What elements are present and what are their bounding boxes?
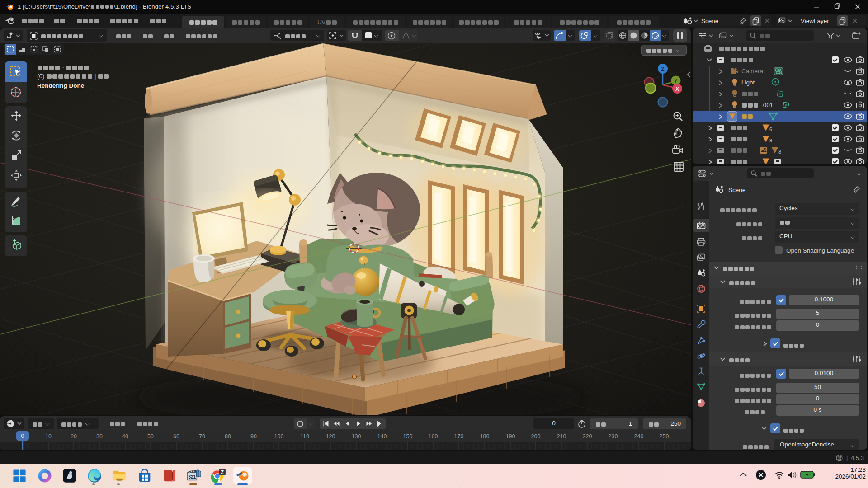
svg-text:210: 210 (557, 433, 566, 440)
svg-text:150: 150 (403, 433, 413, 440)
svg-text:110: 110 (300, 433, 309, 440)
svg-text:30: 30 (96, 433, 103, 440)
svg-text:0: 0 (21, 433, 24, 439)
svg-text:20: 20 (71, 433, 77, 440)
svg-text:250: 250 (660, 433, 669, 440)
svg-text:90: 90 (250, 433, 257, 440)
svg-text:Y: Y (674, 78, 678, 84)
svg-text:70: 70 (199, 433, 205, 440)
svg-text:10: 10 (45, 433, 52, 440)
svg-text:100: 100 (274, 433, 284, 440)
svg-text:190: 190 (506, 433, 515, 440)
svg-text:120: 120 (326, 433, 335, 440)
svg-text:321: 321 (188, 474, 196, 479)
svg-text:Z: Z (661, 66, 664, 72)
svg-text:160: 160 (429, 433, 438, 440)
svg-text:220: 220 (583, 433, 592, 440)
svg-text:Z: Z (221, 469, 224, 475)
svg-text:200: 200 (531, 433, 541, 440)
svg-text:X: X (675, 86, 679, 92)
svg-text:50: 50 (147, 433, 154, 440)
svg-text:230: 230 (609, 433, 618, 440)
svg-text:140: 140 (377, 433, 387, 440)
svg-text:80: 80 (225, 433, 231, 440)
svg-text:60: 60 (173, 433, 179, 440)
svg-text:40: 40 (122, 433, 128, 440)
svg-text:240: 240 (634, 433, 644, 440)
svg-text:170: 170 (454, 433, 464, 440)
svg-text:180: 180 (480, 433, 490, 440)
svg-text:130: 130 (352, 433, 361, 440)
